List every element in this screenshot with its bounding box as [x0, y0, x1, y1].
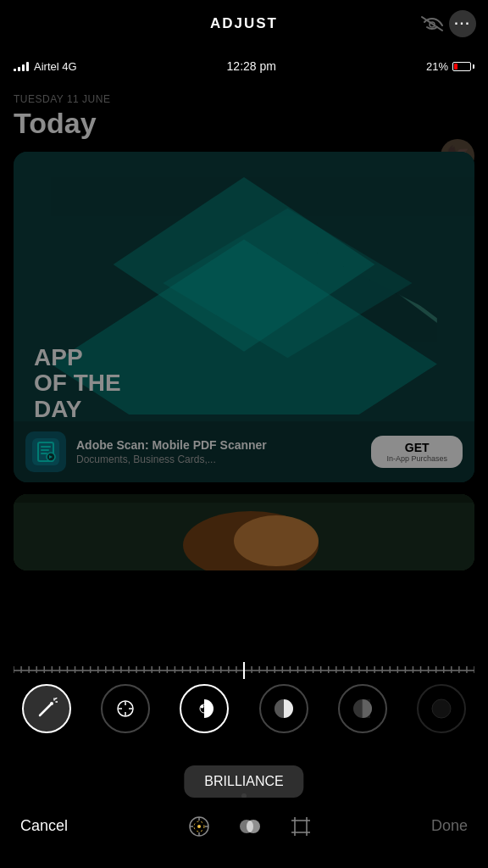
- svg-rect-133: [295, 821, 307, 832]
- aod-line1: APP: [34, 345, 121, 371]
- svg-point-61: [432, 699, 451, 718]
- clock: 12:28 pm: [227, 59, 276, 73]
- status-bar: Airtel 4G 12:28 pm 21%: [0, 47, 488, 85]
- status-left: Airtel 4G: [14, 60, 77, 73]
- svg-line-40: [40, 704, 51, 715]
- slider-bar[interactable]: // Will be rendered inline below: [0, 658, 488, 683]
- status-right: 21%: [426, 60, 474, 73]
- more-icon[interactable]: ···: [449, 10, 476, 37]
- signal-bar-2: [18, 67, 20, 71]
- svg-point-41: [50, 702, 53, 705]
- edit-tools-bar: [0, 679, 488, 738]
- svg-point-132: [247, 821, 253, 832]
- adjust-tool-icon[interactable]: [186, 813, 213, 840]
- signal-bar-1: [14, 69, 16, 71]
- wand-tool-button[interactable]: [22, 684, 71, 733]
- done-button[interactable]: Done: [431, 817, 468, 835]
- get-label: GET: [405, 441, 430, 454]
- brilliance-tooltip: BRILLIANCE: [184, 765, 303, 798]
- slider-tick-marks: [14, 661, 474, 678]
- brilliance-tool-button[interactable]: [180, 684, 229, 733]
- second-card[interactable]: [14, 494, 474, 570]
- aod-line3: DAY: [34, 397, 121, 423]
- svg-point-52: [201, 705, 204, 709]
- signal-bars: [14, 61, 29, 71]
- in-app-label: In-App Purchases: [386, 454, 447, 463]
- svg-point-124: [197, 825, 201, 828]
- battery-icon: [452, 62, 474, 71]
- top-bar: ADJUST ···: [0, 0, 488, 47]
- aod-line2: OF THE: [34, 370, 121, 397]
- svg-rect-20: [41, 446, 51, 448]
- page-title: ADJUST: [210, 15, 278, 32]
- app-of-day-card[interactable]: APP OF THE DAY: [14, 152, 474, 482]
- app-of-day-label: APP OF THE DAY: [34, 345, 121, 423]
- carrier-label: Airtel 4G: [34, 60, 77, 73]
- battery-percent: 21%: [426, 60, 448, 73]
- app-name: Adobe Scan: Mobile PDF Scanner: [76, 438, 361, 452]
- bottom-action-bar: Cancel: [0, 798, 488, 868]
- today-title: Today: [14, 107, 474, 140]
- extra-tool-button[interactable]: [417, 684, 466, 733]
- slider-track[interactable]: // Will be rendered inline below: [14, 670, 474, 671]
- crop-tool-icon[interactable]: [287, 813, 314, 840]
- card-bottom: Adobe Scan: Mobile PDF Scanner Documents…: [14, 421, 474, 482]
- filter-tool-icon[interactable]: [236, 813, 263, 840]
- exposure-tool-button[interactable]: [101, 684, 150, 733]
- brilliance-label: BRILLIANCE: [204, 774, 283, 788]
- cancel-button[interactable]: Cancel: [20, 817, 68, 835]
- signal-bar-3: [22, 64, 25, 71]
- svg-rect-22: [41, 453, 47, 454]
- app-info: Adobe Scan: Mobile PDF Scanner Documents…: [76, 438, 361, 465]
- date-label: TUESDAY 11 JUNE: [14, 93, 474, 105]
- svg-line-44: [55, 698, 57, 699]
- signal-bar-4: [26, 62, 29, 71]
- phone-screen: Airtel 4G 12:28 pm 21% TUESDAY 11 JUNE T…: [0, 47, 488, 868]
- eye-off-icon[interactable]: [420, 15, 444, 32]
- svg-rect-28: [14, 494, 474, 503]
- app-tagline: Documents, Business Cards,...: [76, 453, 361, 465]
- bottom-tools: [186, 813, 314, 840]
- svg-point-27: [234, 515, 319, 566]
- highlights-tool-button[interactable]: [259, 684, 308, 733]
- get-button[interactable]: GET In-App Purchases: [371, 436, 463, 468]
- app-icon: [25, 431, 66, 472]
- shadows-tool-button[interactable]: [338, 684, 387, 733]
- svg-rect-21: [41, 449, 49, 451]
